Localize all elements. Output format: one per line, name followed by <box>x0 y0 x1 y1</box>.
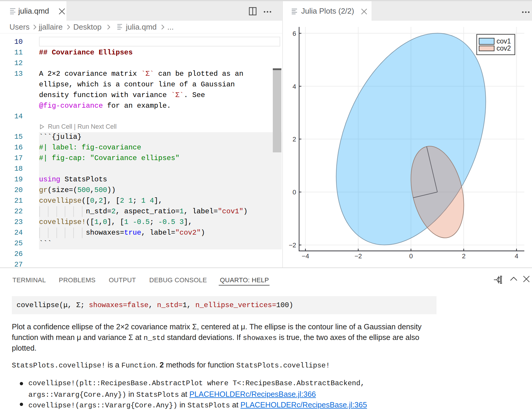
svg-text:6: 6 <box>293 30 296 37</box>
svg-text:−2: −2 <box>354 252 362 260</box>
svg-text:2: 2 <box>462 252 466 260</box>
svg-text:0: 0 <box>293 188 296 196</box>
svg-text:−2: −2 <box>289 241 296 249</box>
svg-text:cov1: cov1 <box>497 37 511 45</box>
svg-text:cov2: cov2 <box>497 44 511 52</box>
svg-text:−4: −4 <box>302 252 309 260</box>
svg-text:2: 2 <box>293 136 296 143</box>
svg-text:4: 4 <box>515 252 518 260</box>
svg-text:4: 4 <box>293 83 296 90</box>
svg-text:0: 0 <box>409 252 413 260</box>
